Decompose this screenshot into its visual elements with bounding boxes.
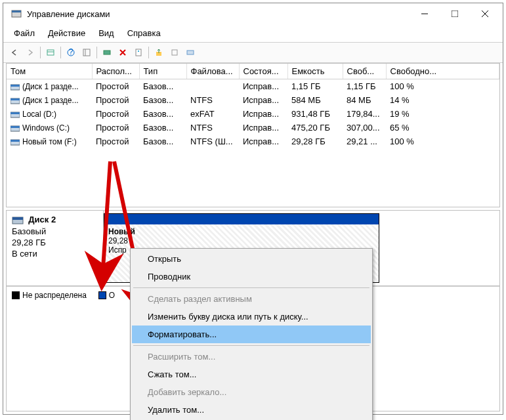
ctx-mirror: Добавить зеркало... bbox=[132, 383, 371, 401]
cell-type: Базов... bbox=[139, 135, 186, 148]
svg-point-14 bbox=[138, 51, 139, 52]
cell-freepct: 19 % bbox=[386, 107, 499, 121]
tool-delete[interactable] bbox=[116, 45, 130, 60]
tool-properties[interactable] bbox=[131, 45, 146, 60]
col-fs[interactable]: Файлова... bbox=[186, 64, 239, 79]
legend-swatch-black bbox=[12, 291, 20, 299]
cell-freepct: 100 % bbox=[386, 79, 499, 94]
ctx-explorer[interactable]: Проводник bbox=[132, 268, 371, 285]
tool-show-hide[interactable] bbox=[43, 45, 58, 60]
table-row[interactable]: (Диск 1 разде...ПростойБазов...NTFSИспра… bbox=[7, 93, 499, 107]
tool-action1[interactable] bbox=[152, 45, 166, 60]
volume-icon bbox=[11, 112, 20, 118]
svg-rect-1 bbox=[12, 10, 21, 12]
ctx-separator bbox=[133, 287, 369, 288]
cell-volume: Local (D:) bbox=[7, 107, 92, 121]
cell-free: 307,00... bbox=[343, 121, 386, 135]
cell-volume: Новый том (F:) bbox=[7, 135, 92, 148]
titlebar: Управление дисками bbox=[3, 3, 503, 24]
ctx-change-letter[interactable]: Изменить букву диска или путь к диску... bbox=[132, 308, 371, 326]
svg-rect-3 bbox=[452, 10, 458, 17]
cell-layout: Простой bbox=[92, 107, 139, 121]
svg-rect-13 bbox=[136, 49, 141, 56]
tool-refresh[interactable] bbox=[100, 45, 114, 60]
col-capacity[interactable]: Емкость bbox=[287, 64, 343, 79]
svg-text:?: ? bbox=[69, 48, 74, 56]
cell-freepct: 100 % bbox=[386, 135, 499, 148]
volume-icon bbox=[11, 98, 20, 104]
forward-button[interactable] bbox=[23, 45, 37, 60]
cell-status: Исправ... bbox=[239, 121, 287, 135]
legend-unallocated: Не распределена bbox=[12, 291, 87, 300]
table-row[interactable]: Новый том (F:)ПростойБазов...NTFS (Ш...И… bbox=[7, 135, 499, 148]
svg-rect-23 bbox=[11, 112, 20, 114]
cell-capacity: 584 МБ bbox=[287, 93, 343, 107]
svg-rect-12 bbox=[104, 51, 110, 54]
back-button[interactable] bbox=[7, 45, 22, 60]
col-status[interactable]: Состоя... bbox=[239, 64, 287, 79]
separator bbox=[40, 47, 41, 58]
volume-icon bbox=[11, 84, 20, 91]
ctx-open[interactable]: Открыть bbox=[132, 250, 371, 268]
disk-label: Диск 2 Базовый 29,28 ГБ В сети bbox=[7, 211, 104, 285]
table-row[interactable]: Windows (C:)ПростойБазов...NTFSИсправ...… bbox=[7, 121, 499, 135]
col-layout[interactable]: Распол... bbox=[92, 64, 139, 79]
col-freepct[interactable]: Свободно... bbox=[386, 64, 499, 79]
svg-rect-19 bbox=[11, 85, 20, 87]
cell-status: Исправ... bbox=[239, 93, 287, 107]
menu-help[interactable]: Справка bbox=[121, 26, 167, 41]
close-button[interactable] bbox=[470, 4, 500, 24]
table-row[interactable]: (Диск 1 разде...ПростойБазов...Исправ...… bbox=[7, 79, 499, 94]
app-icon bbox=[11, 9, 22, 19]
ctx-format[interactable]: Форматировать... bbox=[132, 326, 371, 343]
col-free[interactable]: Своб... bbox=[343, 64, 386, 79]
cell-fs bbox=[186, 79, 239, 94]
ctx-delete[interactable]: Удалить том... bbox=[132, 401, 371, 419]
menu-file[interactable]: Файл bbox=[7, 26, 41, 41]
menu-view[interactable]: Вид bbox=[92, 26, 121, 41]
tool-help[interactable]: ? bbox=[64, 45, 78, 60]
cell-free: 179,84... bbox=[343, 107, 386, 121]
partition-name: Новый bbox=[108, 227, 375, 236]
svg-rect-16 bbox=[172, 50, 177, 55]
cell-free: 29,21 ... bbox=[343, 135, 386, 148]
menubar: Файл Действие Вид Справка bbox=[3, 24, 503, 43]
cell-type: Базов... bbox=[139, 93, 186, 107]
ctx-separator bbox=[133, 345, 369, 346]
cell-layout: Простой bbox=[92, 135, 139, 148]
context-menu[interactable]: Открыть Проводник Сделать раздел активны… bbox=[130, 248, 373, 420]
col-volume[interactable]: Том bbox=[7, 64, 92, 79]
cell-volume: Windows (C:) bbox=[7, 121, 92, 135]
tool-settings[interactable] bbox=[79, 45, 94, 60]
cell-status: Исправ... bbox=[239, 135, 287, 148]
disk-icon bbox=[12, 216, 24, 225]
cell-layout: Простой bbox=[92, 79, 139, 94]
cell-free: 84 МБ bbox=[343, 93, 386, 107]
maximize-button[interactable] bbox=[440, 4, 470, 24]
menu-action[interactable]: Действие bbox=[41, 26, 92, 41]
cell-free: 1,15 ГБ bbox=[343, 79, 386, 94]
tool-action3[interactable] bbox=[183, 45, 198, 60]
table-header-row: Том Распол... Тип Файлова... Состоя... Е… bbox=[7, 64, 499, 79]
cell-fs: NTFS (Ш... bbox=[186, 135, 239, 148]
cell-freepct: 65 % bbox=[386, 121, 499, 135]
minimize-button[interactable] bbox=[410, 4, 440, 24]
cell-volume: (Диск 1 разде... bbox=[7, 93, 92, 107]
disk-size: 29,28 ГБ bbox=[12, 238, 98, 247]
cell-status: Исправ... bbox=[239, 79, 287, 94]
volume-list[interactable]: Том Распол... Тип Файлова... Состоя... Е… bbox=[6, 63, 500, 207]
svg-rect-6 bbox=[47, 50, 54, 55]
cell-fs: NTFS bbox=[186, 121, 239, 135]
ctx-extend: Расширить том... bbox=[132, 348, 371, 366]
tool-action2[interactable] bbox=[167, 45, 182, 60]
volume-icon bbox=[11, 139, 20, 146]
col-type[interactable]: Тип bbox=[139, 64, 186, 79]
disk-type: Базовый bbox=[12, 226, 98, 236]
cell-freepct: 14 % bbox=[386, 93, 499, 107]
cell-type: Базов... bbox=[139, 107, 186, 121]
ctx-make-active: Сделать раздел активным bbox=[132, 290, 371, 308]
svg-rect-17 bbox=[187, 51, 194, 54]
cell-capacity: 1,15 ГБ bbox=[287, 79, 343, 94]
ctx-shrink[interactable]: Сжать том... bbox=[132, 366, 371, 383]
table-row[interactable]: Local (D:)ПростойБазов...exFATИсправ...9… bbox=[7, 107, 499, 121]
